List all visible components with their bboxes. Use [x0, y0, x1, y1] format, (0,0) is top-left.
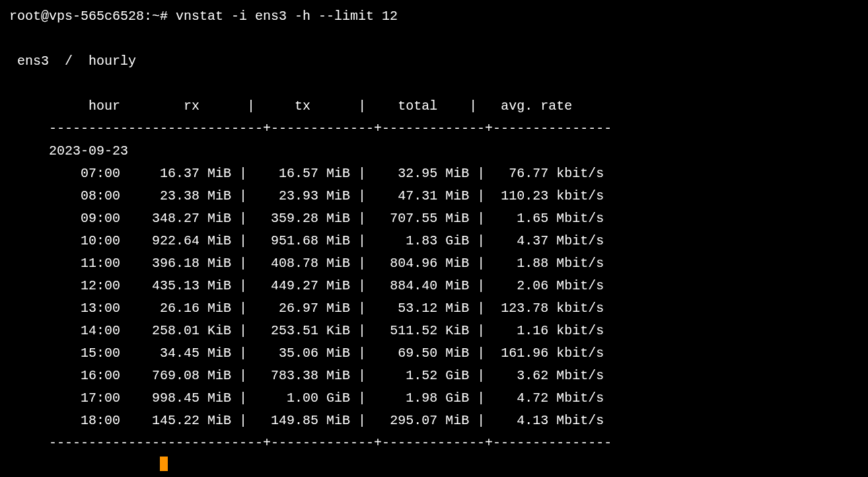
cell-total: 707.55 MiB: [366, 211, 469, 226]
terminal[interactable]: root@vps-565c6528:~# vnstat -i ens3 -h -…: [0, 0, 868, 477]
cell-total: 511.52 KiB: [366, 323, 469, 338]
cell-rx: 23.38 MiB: [120, 188, 231, 203]
cell-rx: 34.45 MiB: [120, 346, 231, 361]
cell-tx: 951.68 MiB: [247, 233, 350, 248]
cell-rate: 1.16 kbit/s: [485, 323, 604, 338]
table-row: 12:00 435.13 MiB | 449.27 MiB | 884.40 M…: [9, 278, 604, 293]
cell-tx: 359.28 MiB: [247, 211, 350, 226]
cell-total: 804.96 MiB: [366, 256, 469, 271]
cell-rx: 258.01 KiB: [120, 323, 231, 338]
cell-rx: 348.27 MiB: [120, 211, 231, 226]
col-rate: avg. rate: [501, 98, 572, 114]
cell-rate: 1.65 Mbit/s: [485, 211, 604, 226]
cell-rx: 998.45 MiB: [120, 390, 231, 406]
col-total: total: [398, 98, 437, 114]
cell-rate: 2.06 Mbit/s: [485, 278, 604, 293]
cell-hour: 09:00: [9, 211, 120, 226]
cell-hour: 08:00: [9, 188, 120, 203]
cell-hour: 16:00: [9, 368, 120, 383]
cell-hour: 12:00: [9, 278, 120, 293]
cell-rate: 110.23 kbit/s: [485, 188, 604, 203]
table-row: 14:00 258.01 KiB | 253.51 KiB | 511.52 K…: [9, 323, 604, 338]
cell-hour: 14:00: [9, 323, 120, 338]
table-row: 15:00 34.45 MiB | 35.06 MiB | 69.50 MiB …: [9, 346, 604, 361]
table-row: 09:00 348.27 MiB | 359.28 MiB | 707.55 M…: [9, 211, 604, 226]
iface-name: ens3: [17, 54, 49, 69]
cell-total: 53.12 MiB: [366, 301, 469, 316]
table-date: 2023-09-23: [49, 143, 128, 159]
cell-rate: 4.37 Mbit/s: [485, 233, 604, 248]
col-tx: tx: [295, 98, 310, 114]
cell-rx: 26.16 MiB: [120, 301, 231, 316]
cell-rate: 123.78 kbit/s: [485, 301, 604, 316]
cell-tx: 35.06 MiB: [247, 346, 350, 361]
cell-total: 1.52 GiB: [366, 368, 469, 383]
cell-tx: 26.97 MiB: [247, 301, 350, 316]
cursor: [160, 457, 168, 471]
table-row: 11:00 396.18 MiB | 408.78 MiB | 804.96 M…: [9, 256, 604, 271]
col-hour: hour: [89, 98, 120, 114]
cell-rx: 769.08 MiB: [120, 368, 231, 383]
cell-total: 884.40 MiB: [366, 278, 469, 293]
table-row: 13:00 26.16 MiB | 26.97 MiB | 53.12 MiB …: [9, 301, 604, 316]
cell-hour: 18:00: [9, 413, 120, 428]
cell-rx: 145.22 MiB: [120, 413, 231, 428]
cell-hour: 15:00: [9, 346, 120, 361]
cell-rate: 4.13 Mbit/s: [485, 413, 604, 428]
cell-tx: 149.85 MiB: [247, 413, 350, 428]
table-row: 07:00 16.37 MiB | 16.57 MiB | 32.95 MiB …: [9, 166, 604, 181]
cell-hour: 13:00: [9, 301, 120, 316]
table-row: 18:00 145.22 MiB | 149.85 MiB | 295.07 M…: [9, 413, 604, 428]
cell-rate: 4.72 Mbit/s: [485, 390, 604, 406]
table-row: 16:00 769.08 MiB | 783.38 MiB | 1.52 GiB…: [9, 368, 604, 383]
cell-tx: 783.38 MiB: [247, 368, 350, 383]
cell-total: 1.98 GiB: [366, 390, 469, 406]
cell-tx: 16.57 MiB: [247, 166, 350, 181]
cell-rate: 1.88 Mbit/s: [485, 256, 604, 271]
cell-hour: 17:00: [9, 390, 120, 406]
command-input[interactable]: vnstat -i ens3 -h --limit 12: [176, 9, 398, 24]
cell-rx: 16.37 MiB: [120, 166, 231, 181]
shell-prompt: root@vps-565c6528:~#: [9, 9, 168, 24]
cell-total: 32.95 MiB: [366, 166, 469, 181]
cell-rx: 396.18 MiB: [120, 256, 231, 271]
cell-hour: 10:00: [9, 233, 120, 248]
cell-rate: 3.62 Mbit/s: [485, 368, 604, 383]
table-rule-top: ---------------------------+------------…: [9, 121, 612, 136]
cell-tx: 408.78 MiB: [247, 256, 350, 271]
cell-total: 47.31 MiB: [366, 188, 469, 203]
cell-rate: 76.77 kbit/s: [485, 166, 604, 181]
cell-hour: 07:00: [9, 166, 120, 181]
table-row: 10:00 922.64 MiB | 951.68 MiB | 1.83 GiB…: [9, 233, 604, 248]
col-rx: rx: [184, 98, 199, 114]
cell-tx: 1.00 GiB: [247, 390, 350, 406]
cell-tx: 449.27 MiB: [247, 278, 350, 293]
header-sep: /: [65, 54, 73, 69]
cell-total: 69.50 MiB: [366, 346, 469, 361]
cell-tx: 253.51 KiB: [247, 323, 350, 338]
cell-total: 1.83 GiB: [366, 233, 469, 248]
cell-rx: 922.64 MiB: [120, 233, 231, 248]
mode-name: hourly: [89, 54, 136, 69]
cell-total: 295.07 MiB: [366, 413, 469, 428]
cell-rate: 161.96 kbit/s: [485, 346, 604, 361]
cell-tx: 23.93 MiB: [247, 188, 350, 203]
table-rule-bottom: ---------------------------+------------…: [9, 435, 612, 451]
cell-rx: 435.13 MiB: [120, 278, 231, 293]
cell-hour: 11:00: [9, 256, 120, 271]
table-row: 08:00 23.38 MiB | 23.93 MiB | 47.31 MiB …: [9, 188, 604, 203]
table-row: 17:00 998.45 MiB | 1.00 GiB | 1.98 GiB |…: [9, 390, 604, 406]
